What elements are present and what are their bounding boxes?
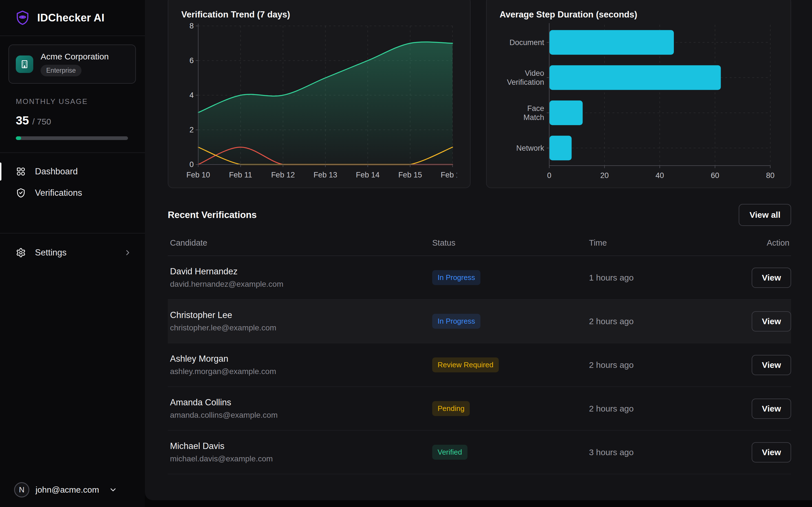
status-badge: Pending <box>432 401 470 416</box>
usage-label: MONTHLY USAGE <box>16 97 128 106</box>
svg-text:60: 60 <box>711 171 719 180</box>
svg-text:VideoVerification: VideoVerification <box>507 69 544 87</box>
candidate-email: ashley.morgan@example.com <box>170 367 432 376</box>
svg-text:0: 0 <box>547 171 551 180</box>
svg-text:Feb 15: Feb 15 <box>398 171 422 179</box>
candidate-name: Amanda Collins <box>170 397 231 407</box>
trend-chart-title: Verification Trend (7 days) <box>181 10 458 20</box>
sidebar-item-label: Dashboard <box>35 166 78 177</box>
recent-verifications-title: Recent Verifications <box>168 210 257 220</box>
sidebar: IDChecker AI Acme Corporation Enterprise… <box>0 0 145 507</box>
verification-trend-card: Verification Trend (7 days) 02468Feb 10F… <box>168 0 470 188</box>
user-menu[interactable]: N john@acme.com <box>0 482 145 507</box>
monthly-usage-section: MONTHLY USAGE 35 / 750 <box>0 83 145 153</box>
table-row: Amanda Collinsamanda.collins@example.com… <box>168 387 791 431</box>
usage-progress-track <box>16 136 128 140</box>
candidate-name: David Hernandez <box>170 267 238 276</box>
status-badge: Verified <box>432 445 467 460</box>
svg-text:Feb 10: Feb 10 <box>186 171 210 179</box>
avatar: N <box>14 482 29 497</box>
view-button[interactable]: View <box>752 442 791 462</box>
column-action: Action <box>738 238 791 247</box>
app-title: IDChecker AI <box>37 12 105 24</box>
candidate-email: amanda.collins@example.com <box>170 411 432 420</box>
verification-trend-chart: 02468Feb 10Feb 11Feb 12Feb 13Feb 14Feb 1… <box>181 21 457 184</box>
view-all-button[interactable]: View all <box>739 204 791 226</box>
svg-text:40: 40 <box>656 171 664 180</box>
time-cell: 2 hours ago <box>589 317 738 326</box>
svg-text:Feb 12: Feb 12 <box>271 171 295 179</box>
sidebar-item-settings[interactable]: Settings <box>0 242 145 263</box>
sidebar-nav: DashboardVerifications <box>0 153 145 204</box>
svg-text:0: 0 <box>190 160 194 169</box>
recent-verifications-section: Recent Verifications View all Candidate … <box>168 204 791 474</box>
view-button[interactable]: View <box>752 355 791 375</box>
svg-text:Feb 16: Feb 16 <box>441 171 457 179</box>
sidebar-item-label: Verifications <box>35 188 82 198</box>
svg-text:Feb 11: Feb 11 <box>229 171 252 179</box>
candidate-email: david.hernandez@example.com <box>170 280 432 289</box>
view-button[interactable]: View <box>752 268 791 288</box>
status-badge: In Progress <box>432 314 480 329</box>
chevron-down-icon <box>105 486 117 494</box>
candidate-cell: Christopher Leechristopher.lee@example.c… <box>168 310 432 332</box>
table-header: Candidate Status Time Action <box>168 238 791 256</box>
time-cell: 2 hours ago <box>589 360 738 370</box>
svg-text:Feb 13: Feb 13 <box>313 171 337 179</box>
plan-badge: Enterprise <box>41 65 82 76</box>
svg-text:2: 2 <box>190 126 194 134</box>
view-button[interactable]: View <box>752 311 791 332</box>
candidate-cell: David Hernandezdavid.hernandez@example.c… <box>168 267 432 289</box>
status-badge: Review Required <box>432 357 499 372</box>
organization-card[interactable]: Acme Corporation Enterprise <box>8 45 136 83</box>
organization-name: Acme Corporation <box>41 52 109 61</box>
bar-chart-title: Average Step Duration (seconds) <box>500 10 778 20</box>
time-cell: 2 hours ago <box>589 404 738 413</box>
user-email: john@acme.com <box>36 485 99 495</box>
charts-row: Verification Trend (7 days) 02468Feb 10F… <box>168 0 791 188</box>
sidebar-item-verifications[interactable]: Verifications <box>0 182 145 204</box>
time-cell: 3 hours ago <box>589 448 738 457</box>
table-row: David Hernandezdavid.hernandez@example.c… <box>168 256 791 300</box>
svg-text:Document: Document <box>509 38 545 47</box>
svg-text:FaceMatch: FaceMatch <box>523 104 544 122</box>
candidate-name: Ashley Morgan <box>170 354 229 363</box>
candidate-email: michael.davis@example.com <box>170 454 432 463</box>
column-time: Time <box>589 238 738 247</box>
step-duration-chart: DocumentVideoVerificationFaceMatchNetwor… <box>499 21 778 184</box>
verifications-table: Candidate Status Time Action David Herna… <box>168 238 791 474</box>
usage-value: 35 / 750 <box>16 114 128 127</box>
chevron-right-icon <box>123 248 132 257</box>
candidate-cell: Amanda Collinsamanda.collins@example.com <box>168 397 432 420</box>
svg-text:Feb 14: Feb 14 <box>356 171 379 179</box>
table-row: Ashley Morganashley.morgan@example.comRe… <box>168 343 791 387</box>
table-row: Michael Davismichael.davis@example.comVe… <box>168 431 791 474</box>
candidate-cell: Michael Davismichael.davis@example.com <box>168 441 432 463</box>
view-button[interactable]: View <box>752 399 791 419</box>
status-badge: In Progress <box>432 270 480 285</box>
sidebar-item-dashboard[interactable]: Dashboard <box>0 161 145 182</box>
app-header: IDChecker AI <box>0 0 145 36</box>
grid-icon <box>16 166 26 177</box>
time-cell: 1 hours ago <box>589 273 738 283</box>
step-duration-card: Average Step Duration (seconds) Document… <box>486 0 791 188</box>
gear-icon <box>16 247 26 258</box>
table-body: David Hernandezdavid.hernandez@example.c… <box>168 256 791 474</box>
svg-text:4: 4 <box>190 91 194 100</box>
column-status: Status <box>432 238 589 247</box>
svg-text:6: 6 <box>190 56 194 65</box>
svg-text:80: 80 <box>766 171 774 180</box>
svg-text:Network: Network <box>516 144 545 152</box>
candidate-cell: Ashley Morganashley.morgan@example.com <box>168 354 432 376</box>
usage-progress-fill <box>16 136 21 140</box>
table-row: Christopher Leechristopher.lee@example.c… <box>168 300 791 343</box>
building-icon <box>16 55 33 73</box>
candidate-email: christopher.lee@example.com <box>170 323 432 332</box>
svg-text:8: 8 <box>190 22 194 30</box>
shield-eye-icon <box>15 10 31 25</box>
settings-label: Settings <box>35 247 66 258</box>
shield-check-icon <box>16 188 26 198</box>
svg-text:20: 20 <box>600 171 609 180</box>
column-candidate: Candidate <box>168 238 432 247</box>
main-content: Verification Trend (7 days) 02468Feb 10F… <box>145 0 812 500</box>
